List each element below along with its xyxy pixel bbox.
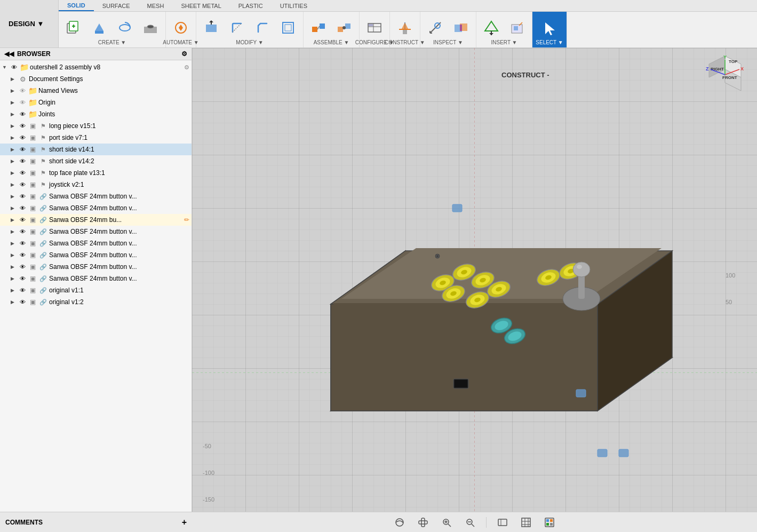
grid-settings-button[interactable] [516, 515, 536, 530]
tree-item-sanwa-5[interactable]: ▶ 👁 ▣ 🔗 Sanwa OBSF 24mm button v... [0, 237, 192, 249]
zoom-fit-button[interactable] [437, 515, 456, 530]
tree-item-sanwa-7[interactable]: ▶ 👁 ▣ 🔗 Sanwa OBSF 24mm button v... [0, 261, 192, 273]
tab-mesh[interactable]: MESH [139, 0, 173, 11]
sanwa-4-toggle[interactable]: ▶ [11, 229, 18, 234]
tree-item-sanwa-8[interactable]: ▶ 👁 ▣ 🔗 Sanwa OBSF 24mm button v... [0, 273, 192, 284]
comments-add-icon[interactable]: + [182, 518, 187, 527]
original-1-toggle[interactable]: ▶ [11, 288, 18, 293]
top-face-toggle[interactable]: ▶ [11, 170, 18, 176]
tree-item-joystick[interactable]: ▶ 👁 ▣ ⚑ joystick v2:1 [0, 179, 192, 190]
svg-line-18 [317, 26, 320, 29]
sanwa-7-toggle[interactable]: ▶ [11, 264, 18, 269]
tree-item-short-side-1[interactable]: ▶ 👁 ▣ ⚑ short side v14:1 [0, 144, 192, 155]
tree-item-port-side[interactable]: ▶ 👁 ▣ ⚑ port side v7:1 [0, 132, 192, 144]
display-settings-button[interactable] [493, 515, 512, 530]
insert-mesh-button[interactable] [480, 17, 503, 38]
measure-button[interactable] [424, 17, 447, 38]
short-side-2-toggle[interactable]: ▶ [11, 158, 18, 164]
configure-button[interactable] [363, 17, 386, 38]
tab-solid[interactable]: SOLID [59, 0, 94, 11]
new-component-button[interactable] [62, 17, 85, 38]
long-piece-visibility[interactable]: 👁 [18, 122, 27, 130]
design-button[interactable]: DESIGN ▼ [0, 0, 59, 47]
tree-item-sanwa-1[interactable]: ▶ 👁 ▣ 🔗 Sanwa OBSF 24mm button v... [0, 190, 192, 202]
joystick-visibility[interactable]: 👁 [18, 180, 27, 189]
sanwa-5-toggle[interactable]: ▶ [11, 241, 18, 246]
tree-item-sanwa-3[interactable]: ▶ 👁 ▣ 🔗 Sanwa OBSF 24mm bu... ✏ [0, 214, 192, 226]
sanwa-5-visibility[interactable]: 👁 [18, 239, 27, 248]
top-face-visibility[interactable]: 👁 [18, 169, 27, 177]
original-2-visibility[interactable]: 👁 [18, 298, 27, 306]
sanwa-2-toggle[interactable]: ▶ [11, 205, 18, 211]
tree-item-doc-settings[interactable]: ▶ ⚙ Document Settings [0, 73, 192, 85]
named-views-toggle[interactable]: ▶ [11, 88, 18, 93]
joint-button[interactable] [307, 17, 330, 38]
tree-item-sanwa-4[interactable]: ▶ 👁 ▣ 🔗 Sanwa OBSF 24mm button v... [0, 226, 192, 237]
construct-button[interactable] [393, 17, 417, 38]
root-visibility[interactable]: 👁 [10, 63, 18, 72]
tree-item-short-side-2[interactable]: ▶ 👁 ▣ ⚑ short side v14:2 [0, 155, 192, 167]
sanwa-6-toggle[interactable]: ▶ [11, 252, 18, 258]
original-1-visibility[interactable]: 👁 [18, 286, 27, 295]
sanwa-2-visibility[interactable]: 👁 [18, 204, 27, 212]
sanwa-4-visibility[interactable]: 👁 [18, 227, 27, 236]
joints-toggle[interactable]: ▶ [11, 112, 18, 117]
tree-item-sanwa-6[interactable]: ▶ 👁 ▣ 🔗 Sanwa OBSF 24mm button v... [0, 249, 192, 261]
original-2-toggle[interactable]: ▶ [11, 299, 18, 305]
browser-back[interactable]: ◀◀ [4, 50, 14, 58]
tree-item-long-piece[interactable]: ▶ 👁 ▣ ⚑ long piece v15:1 [0, 120, 192, 132]
short-side-1-visibility[interactable]: 👁 [18, 145, 27, 154]
tree-root-item[interactable]: ▼ 👁 📁 outershell 2 assembly v8 ⚙ [0, 61, 192, 73]
origin-toggle[interactable]: ▶ [11, 100, 18, 105]
zoom-window-button[interactable] [460, 515, 480, 530]
sanwa-1-visibility[interactable]: 👁 [18, 192, 27, 201]
sanwa-7-visibility[interactable]: 👁 [18, 263, 27, 271]
tree-item-original-2[interactable]: ▶ 👁 ▣ 🔗 original v1:2 [0, 296, 192, 308]
sanwa-8-toggle[interactable]: ▶ [11, 276, 18, 281]
sanwa-1-toggle[interactable]: ▶ [11, 194, 18, 199]
extrude-button[interactable] [87, 17, 111, 38]
chamfer-button[interactable] [251, 17, 274, 38]
sanwa-6-visibility[interactable]: 👁 [18, 251, 27, 259]
long-piece-toggle[interactable]: ▶ [11, 123, 18, 129]
pan-button[interactable] [413, 515, 433, 530]
sanwa-8-visibility[interactable]: 👁 [18, 274, 27, 283]
sanwa-3-visibility[interactable]: 👁 [18, 216, 27, 224]
port-side-toggle[interactable]: ▶ [11, 135, 18, 140]
tree-item-sanwa-2[interactable]: ▶ 👁 ▣ 🔗 Sanwa OBSF 24mm button v... [0, 202, 192, 214]
orbit-button[interactable] [390, 515, 409, 530]
tab-utilities[interactable]: UTILITIES [272, 0, 316, 11]
root-toggle[interactable]: ▼ [2, 65, 10, 70]
interference-button[interactable] [449, 17, 473, 38]
tree-item-top-face[interactable]: ▶ 👁 ▣ ⚑ top face plate v13:1 [0, 167, 192, 179]
short-side-1-toggle[interactable]: ▶ [11, 147, 18, 152]
port-side-visibility[interactable]: 👁 [18, 133, 27, 142]
automate-button[interactable] [169, 17, 193, 38]
tree-item-origin[interactable]: ▶ 👁 📁 Origin [0, 97, 192, 108]
as-built-joint-button[interactable] [332, 17, 356, 38]
tree-item-joints[interactable]: ▶ 👁 📁 Joints [0, 108, 192, 120]
shell-button[interactable] [276, 17, 300, 38]
press-pull-button[interactable] [200, 17, 223, 38]
revolve-button[interactable] [113, 17, 137, 38]
svg-rect-89 [455, 380, 467, 387]
root-settings-icon[interactable]: ⚙ [184, 64, 189, 71]
joints-visibility[interactable]: 👁 [18, 110, 27, 118]
appearance-button[interactable] [540, 515, 559, 530]
tree-item-original-1[interactable]: ▶ 👁 ▣ 🔗 original v1:1 [0, 284, 192, 296]
browser-settings-icon[interactable]: ⚙ [181, 50, 187, 58]
fillet-button[interactable] [225, 17, 249, 38]
decal-button[interactable] [505, 17, 529, 38]
short-side-2-visibility[interactable]: 👁 [18, 157, 27, 165]
tree-item-named-views[interactable]: ▶ 👁 📁 Named Views [0, 85, 192, 97]
doc-settings-toggle[interactable]: ▶ [11, 76, 18, 82]
origin-visibility[interactable]: 👁 [18, 98, 27, 107]
hole-button[interactable] [139, 17, 162, 38]
tab-plastic[interactable]: PLASTIC [230, 0, 272, 11]
joystick-toggle[interactable]: ▶ [11, 182, 18, 187]
tab-sheet-metal[interactable]: SHEET METAL [172, 0, 229, 11]
tab-surface[interactable]: SURFACE [94, 0, 139, 11]
sanwa-3-toggle[interactable]: ▶ [11, 217, 18, 223]
select-button[interactable] [538, 17, 561, 41]
named-views-visibility[interactable]: 👁 [18, 86, 27, 95]
